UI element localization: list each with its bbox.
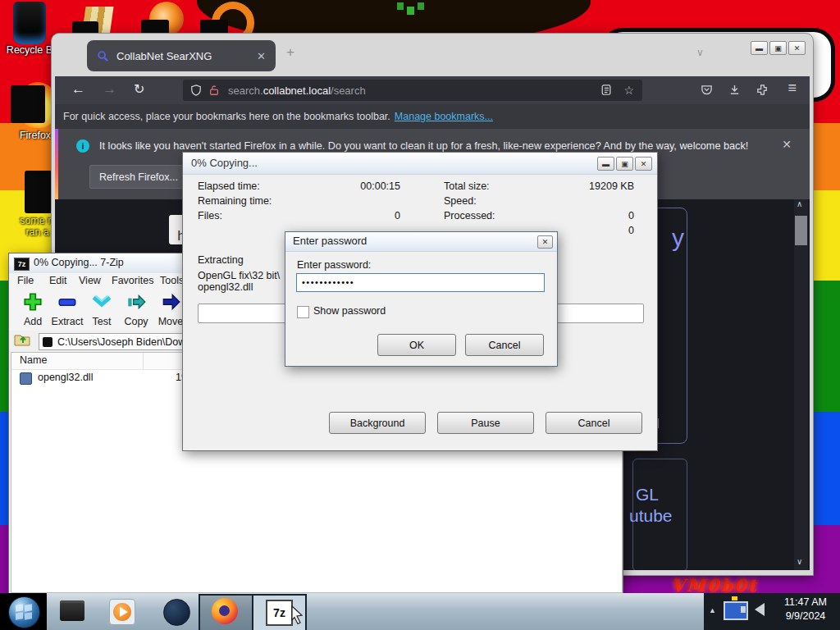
sevenzip-icon: 7z: [266, 600, 293, 626]
scrollbar-thumb[interactable]: [795, 216, 807, 245]
refresh-firefox-button[interactable]: Refresh Firefox...: [89, 165, 188, 189]
background-button[interactable]: Background: [329, 412, 426, 434]
explorer-icon: [60, 600, 84, 621]
copy-label: Copy: [119, 316, 153, 327]
processed-label: Processed:: [444, 210, 495, 221]
pocket-icon[interactable]: [701, 84, 713, 96]
media-player-icon: [109, 599, 135, 625]
taskbar-item-media-player[interactable]: [103, 593, 139, 630]
extract-path-line2: opengl32.dll: [198, 281, 253, 293]
tab-close-icon[interactable]: ✕: [257, 50, 266, 62]
ok-button[interactable]: OK: [377, 334, 456, 356]
list-all-tabs-icon[interactable]: ∨: [696, 47, 704, 58]
folder-up-button[interactable]: [14, 332, 35, 349]
navigation-toolbar: ← → ↻ search.collabnet.local/search ☆: [55, 76, 810, 104]
extract-label: Extract: [50, 316, 84, 327]
new-tab-button[interactable]: +: [286, 44, 294, 61]
pause-button[interactable]: Pause: [437, 412, 534, 434]
elapsed-value: 00:00:15: [306, 180, 400, 192]
password-dialog-title: Enter password: [293, 235, 367, 247]
total-size-value: 19209 KB: [536, 180, 634, 192]
insecure-lock-icon[interactable]: [208, 84, 220, 96]
recycle-bin-icon: [13, 2, 46, 44]
window-maximize-button[interactable]: ▣: [769, 41, 787, 55]
tray-speaker-icon[interactable]: [755, 603, 765, 616]
test-button[interactable]: Test: [84, 291, 119, 327]
window-close-button[interactable]: ✕: [788, 41, 806, 55]
column-divider[interactable]: [143, 353, 144, 369]
page-link-fragment-utube[interactable]: utube: [629, 506, 673, 526]
notification-dot: [732, 596, 737, 600]
menu-tools[interactable]: Tools: [160, 275, 184, 286]
add-plus-icon: [22, 291, 43, 313]
taskbar-item-explorer[interactable]: [54, 593, 90, 630]
extract-button[interactable]: Extract: [50, 291, 84, 327]
sevenzip-title: 0% Copying... 7-Zip: [34, 257, 124, 268]
menu-edit[interactable]: Edit: [49, 275, 67, 286]
background-label: Background: [350, 418, 405, 429]
files-value: 0: [306, 210, 400, 221]
dialog-restore-button[interactable]: ▣: [616, 157, 633, 171]
scroll-up-icon[interactable]: ∧: [797, 199, 802, 208]
minimize-icon: ▬: [602, 160, 609, 168]
reload-button[interactable]: ↻: [134, 81, 144, 97]
clock-date: 9/9/2024: [776, 610, 835, 622]
taskbar: 7z ▲ 11:47 AM 9/9/2024: [0, 593, 840, 630]
menu-view[interactable]: View: [79, 275, 101, 286]
notification-close-icon[interactable]: ✕: [782, 138, 792, 151]
tab-title: CollabNet SearXNG: [116, 50, 257, 62]
processed-value: 0: [536, 210, 634, 221]
menu-file[interactable]: File: [17, 275, 34, 286]
add-button[interactable]: Add: [16, 291, 50, 327]
password-dialog-close-button[interactable]: ✕: [537, 235, 553, 249]
menu-favorites[interactable]: Favorites: [112, 275, 153, 286]
speed-label: Speed:: [444, 195, 477, 207]
copy-button[interactable]: Copy: [119, 291, 153, 327]
password-dialog-titlebar[interactable]: Enter password ✕: [285, 232, 557, 252]
firefox-icon: [212, 598, 238, 624]
page-scrollbar[interactable]: ∧ ∨: [794, 199, 808, 570]
password-input[interactable]: ••••••••••••: [296, 273, 545, 292]
cancel-button[interactable]: Cancel: [546, 412, 642, 434]
move-arrow-icon: [160, 291, 181, 313]
pause-label: Pause: [471, 418, 500, 429]
extract-minus-icon: [57, 291, 78, 313]
menu-hamburger-icon[interactable]: ≡: [788, 80, 797, 97]
dialog-close-button[interactable]: ✕: [635, 157, 652, 171]
window-minimize-button[interactable]: ▬: [751, 41, 768, 55]
password-cancel-button[interactable]: Cancel: [465, 334, 544, 356]
mouse-cursor: [290, 605, 305, 628]
icon-black-cover: [11, 85, 45, 123]
cancel-label: Cancel: [578, 418, 610, 429]
start-button[interactable]: [0, 593, 47, 630]
copy-dialog-title: 0% Copying...: [191, 157, 258, 169]
desktop-icon-recycle-bin[interactable]: Recycle B: [5, 2, 54, 56]
taskbar-item-globe[interactable]: [158, 593, 194, 630]
show-password-checkbox[interactable]: [297, 306, 309, 318]
taskbar-clock[interactable]: 11:47 AM 9/9/2024: [776, 596, 835, 622]
manage-bookmarks-link[interactable]: Manage bookmarks...: [395, 111, 493, 122]
url-domain: collabnet.local: [263, 84, 331, 97]
password-masked-value: ••••••••••••: [302, 277, 354, 287]
globe-icon: [163, 599, 190, 626]
reader-mode-icon[interactable]: [601, 84, 612, 96]
back-button[interactable]: ←: [71, 81, 85, 98]
show-password-label: Show password: [313, 305, 386, 317]
column-header-name[interactable]: Name: [20, 354, 47, 366]
tray-expand-icon[interactable]: ▲: [709, 606, 716, 614]
copy-dialog-titlebar[interactable]: 0% Copying... ▬ ▣ ✕: [183, 153, 657, 175]
cancel-label: Cancel: [489, 340, 521, 351]
forward-button[interactable]: →: [103, 81, 116, 98]
sevenzip-app-icon: 7z: [14, 258, 30, 271]
shield-icon[interactable]: [190, 84, 202, 96]
browser-tab[interactable]: CollabNet SearXNG ✕: [87, 40, 276, 71]
minimize-icon: ▬: [756, 44, 763, 52]
page-link-fragment-gl[interactable]: GL: [636, 485, 659, 504]
url-bar[interactable]: search.collabnet.local/search ☆: [183, 80, 642, 101]
dialog-minimize-button[interactable]: ▬: [597, 157, 614, 171]
extensions-puzzle-icon[interactable]: [756, 84, 769, 96]
taskbar-item-firefox[interactable]: [199, 594, 253, 630]
download-icon[interactable]: [728, 84, 741, 96]
bookmark-star-icon[interactable]: ☆: [623, 84, 634, 97]
scroll-down-icon[interactable]: ∨: [797, 557, 802, 566]
